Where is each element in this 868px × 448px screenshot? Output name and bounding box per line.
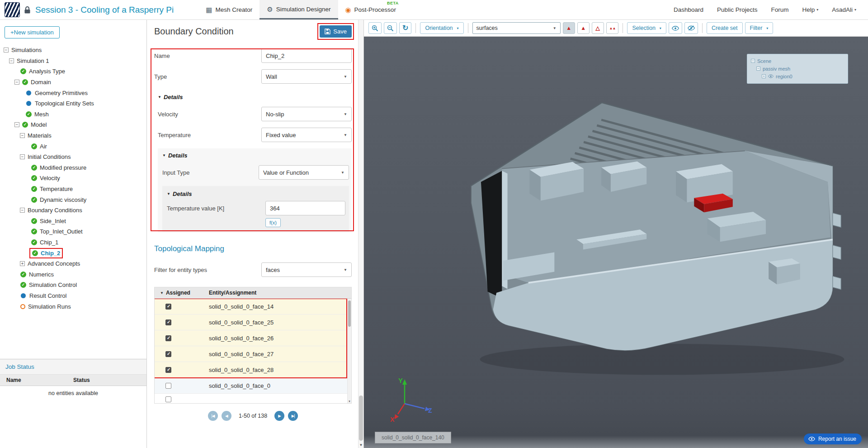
row-checkbox[interactable] (165, 335, 171, 341)
function-editor-button[interactable]: f(x) (265, 218, 281, 227)
entity-type-filter-select[interactable]: faces ▼ (261, 262, 352, 277)
row-checkbox[interactable] (165, 396, 171, 402)
panel-scrollbar-thumb[interactable] (359, 396, 363, 441)
tree-item-dynamic-viscosity[interactable]: ✓Dynamic viscosity (0, 194, 146, 205)
panel-scroll-down-icon[interactable]: ▼ (359, 443, 363, 447)
tree-item-chip-1[interactable]: ✓Chip_1 (0, 237, 146, 248)
entity-row[interactable] (155, 394, 351, 403)
prev-page-button[interactable]: ◀ (222, 411, 231, 421)
details-header[interactable]: ▼ Details (167, 191, 345, 197)
tree-item-chip-2[interactable]: ✓Chip_2 (0, 248, 146, 258)
temperature-select[interactable]: Fixed value ▼ (261, 128, 352, 142)
collapse-icon[interactable]: − (9, 58, 14, 63)
user-menu[interactable]: AsadAli▾ (832, 6, 856, 13)
entity-row[interactable]: solid_0_solid_0_face_25 (155, 315, 351, 330)
row-checkbox[interactable] (165, 319, 171, 325)
tree-item-simulation-runs[interactable]: Simulation Runs (0, 301, 146, 312)
header-link-public-projects[interactable]: Public Projects (717, 6, 757, 13)
tree-item-boundary-conditions[interactable]: −Boundary Conditions (0, 205, 146, 216)
tree-item-topological-entity-sets[interactable]: Topological Entity Sets (0, 98, 146, 109)
tree-item-temperature[interactable]: ✓Temperature (0, 184, 146, 195)
collapse-icon[interactable]: − (20, 154, 25, 159)
zoom-in-button[interactable] (368, 22, 382, 34)
tree-item-materials[interactable]: −Materials (0, 130, 146, 141)
entity-row[interactable]: solid_0_solid_0_face_28 (155, 362, 351, 378)
show-selected-button[interactable] (669, 22, 682, 34)
entity-list-scrollbar[interactable]: ▼ (347, 299, 351, 403)
collapse-icon[interactable]: − (4, 48, 9, 52)
collapse-icon[interactable]: − (751, 59, 755, 63)
scene-node-scene[interactable]: −Scene (750, 57, 845, 65)
details-header[interactable]: ▼ Details (162, 152, 349, 159)
render-mode-select[interactable]: surfaces ▼ (472, 22, 561, 34)
last-page-button[interactable]: ▶| (288, 411, 298, 421)
collapse-icon[interactable]: − (20, 208, 25, 213)
report-issue-button[interactable]: Report an issue (804, 434, 862, 444)
tree-item-domain[interactable]: −✓Domain (0, 77, 146, 88)
tree-item-simulation-1[interactable]: −Simulation 1 (0, 56, 146, 67)
collapse-icon[interactable]: − (14, 80, 19, 85)
expand-icon[interactable]: + (20, 261, 25, 266)
filter-dropdown[interactable]: Filter ▾ (745, 22, 774, 34)
assigned-column-header[interactable]: ▼ Assigned (155, 290, 209, 296)
row-checkbox[interactable] (165, 351, 171, 357)
tree-item-simulation-control[interactable]: ✓Simulation Control (0, 280, 146, 291)
tree-item-numerics[interactable]: ✓Numerics (0, 269, 146, 280)
tab-mesh-creator[interactable]: ▦Mesh Creator (198, 0, 259, 19)
new-simulation-button[interactable]: +New simulation (5, 26, 60, 38)
reset-view-button[interactable]: ↻ (399, 22, 411, 34)
tree-item-initial-conditions[interactable]: −Initial Conditions (0, 152, 146, 162)
next-page-button[interactable]: ▶ (274, 411, 284, 421)
row-checkbox[interactable] (165, 383, 171, 389)
tree-item-air[interactable]: ✓Air (0, 141, 146, 152)
orientation-dropdown[interactable]: Orientation ▾ (420, 22, 463, 34)
collapse-icon[interactable]: − (20, 133, 25, 138)
tree-item-result-control[interactable]: Result Control (0, 291, 146, 301)
expand-icon[interactable]: + (762, 74, 766, 78)
collapse-icon[interactable]: − (14, 122, 19, 127)
scene-node-region0[interactable]: +region0 (750, 72, 845, 80)
viewer-triangle-tool-3[interactable]: △ (592, 22, 604, 34)
tree-item-mesh[interactable]: ✓Mesh (0, 109, 146, 120)
save-button[interactable]: Save (320, 25, 352, 38)
temperature-value-input[interactable] (265, 201, 345, 215)
visibility-eye-icon[interactable] (768, 74, 774, 78)
tab-simulation-designer[interactable]: ⚙Simulation Designer (259, 0, 338, 19)
entity-row[interactable]: solid_0_solid_0_face_27 (155, 346, 351, 362)
details-header[interactable]: ▼ Details (158, 94, 352, 100)
tree-item-velocity[interactable]: ✓Velocity (0, 173, 146, 184)
zoom-out-button[interactable] (384, 22, 397, 34)
scrollbar-thumb[interactable] (348, 300, 351, 327)
row-checkbox[interactable] (165, 304, 171, 310)
create-set-button[interactable]: Create set (707, 22, 743, 34)
viewer-triangle-tool-1[interactable]: ▲ (563, 22, 575, 34)
hide-selected-button[interactable] (684, 22, 698, 34)
selection-dropdown[interactable]: Selection ▾ (627, 22, 666, 34)
scene-node-passiv-mesh[interactable]: −passiv mesh (750, 65, 845, 72)
tree-item-top-inlet-outlet[interactable]: ✓Top_Inlet_Outlet (0, 226, 146, 237)
tree-item-analysis-type[interactable]: ✓Analysis Type (0, 66, 146, 77)
entity-row[interactable]: solid_0_solid_0_face_0 (155, 378, 351, 394)
tab-post-processor[interactable]: ◉Post-ProcessorBETA (338, 0, 403, 19)
entity-row[interactable]: solid_0_solid_0_face_14 (155, 299, 351, 315)
row-checkbox[interactable] (165, 367, 171, 373)
3d-scene[interactable] (364, 37, 868, 448)
velocity-select[interactable]: No-slip ▼ (261, 107, 352, 121)
panel-scrollbar[interactable]: ▼ (358, 20, 363, 448)
tree-item-simulations[interactable]: −Simulations (0, 45, 146, 56)
viewer-triangle-tool-4[interactable]: ▲▲ (606, 22, 619, 34)
tree-item-model[interactable]: −✓Model (0, 119, 146, 130)
viewer-triangle-tool-2[interactable]: ▲ (577, 22, 590, 34)
name-input[interactable] (261, 48, 352, 63)
header-link-dashboard[interactable]: Dashboard (674, 6, 703, 13)
tree-item-side-inlet[interactable]: ✓Side_Inlet (0, 216, 146, 227)
header-link-forum[interactable]: Forum (771, 6, 788, 13)
collapse-icon[interactable]: − (756, 67, 760, 71)
scroll-down-arrow-icon[interactable]: ▼ (348, 400, 351, 403)
tree-item-modified-pressure[interactable]: ✓Modified pressure (0, 162, 146, 173)
type-select[interactable]: Wall ▼ (261, 69, 352, 84)
first-page-button[interactable]: |◀ (208, 411, 218, 421)
input-type-select[interactable]: Value or Function ▼ (259, 165, 349, 180)
viewer-canvas[interactable]: −Scene−passiv mesh+region0 Y X Z solid_0… (364, 37, 868, 448)
help-menu[interactable]: Help▾ (802, 6, 818, 13)
